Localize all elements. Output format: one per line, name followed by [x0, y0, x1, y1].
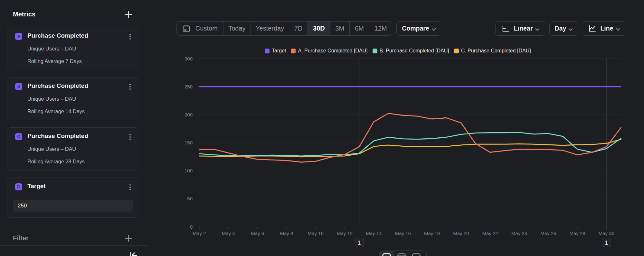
- svg-text:200: 200: [185, 112, 193, 117]
- svg-text:May 14: May 14: [366, 231, 382, 236]
- svg-text:May 12: May 12: [337, 231, 353, 236]
- svg-text:50: 50: [187, 196, 193, 201]
- svg-text:May 2: May 2: [193, 231, 206, 236]
- svg-text:May 28: May 28: [569, 231, 585, 236]
- svg-text:May 26: May 26: [540, 231, 556, 236]
- svg-text:May 24: May 24: [511, 231, 527, 236]
- svg-text:0: 0: [190, 224, 193, 230]
- svg-text:100: 100: [185, 168, 193, 173]
- svg-text:1: 1: [605, 240, 608, 246]
- svg-text:May 18: May 18: [424, 231, 440, 236]
- svg-text:May 22: May 22: [482, 231, 498, 236]
- svg-text:May 6: May 6: [251, 231, 264, 236]
- svg-text:300: 300: [185, 56, 193, 61]
- svg-text:May 30: May 30: [599, 231, 614, 236]
- svg-text:250: 250: [185, 84, 193, 89]
- svg-text:May 16: May 16: [395, 231, 411, 236]
- svg-text:May 4: May 4: [222, 231, 235, 236]
- svg-text:1: 1: [358, 240, 361, 246]
- svg-text:May 8: May 8: [280, 231, 293, 236]
- svg-text:May 10: May 10: [308, 231, 324, 236]
- svg-text:150: 150: [185, 140, 193, 145]
- svg-text:May 20: May 20: [453, 231, 469, 236]
